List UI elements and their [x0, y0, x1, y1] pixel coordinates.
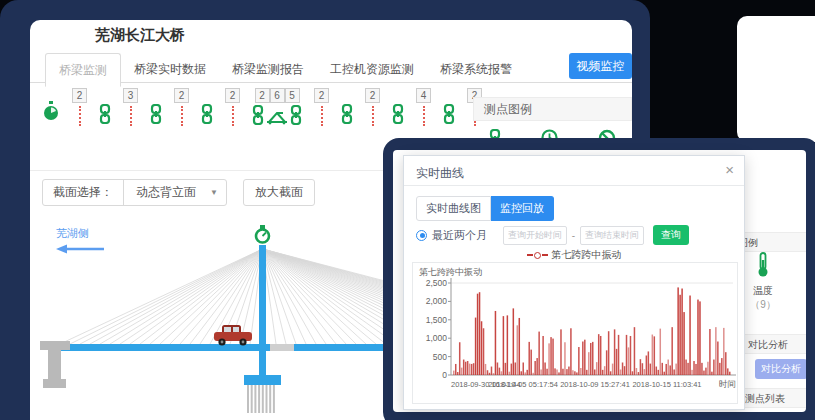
- background-window-edge: [737, 16, 815, 142]
- sensor-dash: [181, 106, 183, 126]
- sensor-point[interactable]: 2: [225, 88, 240, 126]
- dialog-tab-0[interactable]: 实时曲线图: [416, 196, 491, 221]
- svg-text:第七跨跨中振动: 第七跨跨中振动: [419, 267, 482, 277]
- chain-icon[interactable]: [99, 104, 111, 128]
- svg-text:2,000: 2,000: [426, 296, 448, 306]
- sensor-point[interactable]: 2: [174, 88, 189, 126]
- svg-text:时间: 时间: [719, 379, 736, 389]
- bridge-deck-joint: [270, 344, 294, 351]
- sensor-dash: [130, 106, 132, 126]
- svg-text:0: 0: [442, 370, 447, 380]
- query-end-time-input[interactable]: [580, 226, 644, 245]
- sensor-count-badge: 2: [72, 88, 87, 103]
- main-tab-2[interactable]: 桥梁监测报告: [219, 53, 317, 86]
- query-button[interactable]: 查询: [653, 225, 689, 245]
- temperature-count: （9）: [738, 298, 788, 312]
- sensor-count-badge: 2: [225, 88, 240, 103]
- dialog-filter-row: 最近两个月 - 查询: [416, 225, 689, 245]
- chain-icon[interactable]: [201, 104, 213, 128]
- date-range-separator: -: [567, 230, 580, 241]
- tower-foundation: [248, 385, 274, 413]
- sensor-count-badge: 3: [123, 88, 138, 103]
- svg-text:2,500: 2,500: [426, 278, 448, 288]
- chain-icon[interactable]: [341, 104, 353, 128]
- sensor-point[interactable]: 2: [72, 88, 87, 126]
- chain-icon[interactable]: [392, 104, 404, 128]
- section-bar: 截面选择： 动态背立面 ▼ 放大截面: [42, 179, 315, 206]
- sensor-point[interactable]: 3: [123, 88, 138, 126]
- crane-icon: [265, 109, 289, 129]
- vibration-chart[interactable]: 第七跨跨中振动05001,0001,5002,0002,5002018-09-3…: [412, 262, 738, 404]
- bridge-side-label: 芜湖侧: [56, 227, 89, 239]
- chart-legend[interactable]: 第七跨跨中振动: [404, 248, 744, 262]
- legend-panel-title: 测点图例: [473, 97, 632, 121]
- temperature-label: 温度: [738, 284, 788, 298]
- sensor-point[interactable]: 4: [416, 88, 431, 126]
- sensor-dash: [423, 106, 425, 126]
- legend-text: 第七跨跨中振动: [552, 248, 622, 262]
- car: [214, 325, 252, 346]
- main-tabbar: 桥梁监测桥梁实时数据桥梁监测报告工控机资源监测桥梁系统报警: [30, 53, 632, 83]
- legend-marker-icon: [527, 252, 548, 259]
- sensor-count-badge: 4: [416, 88, 431, 103]
- tower-sensor-icon[interactable]: [256, 225, 269, 243]
- bridge-tower: [244, 245, 281, 413]
- dialog-tabs: 实时曲线图监控回放: [416, 196, 554, 221]
- svg-text:1,000: 1,000: [426, 333, 448, 343]
- thermometer-icon: [756, 252, 770, 278]
- sensor-dash: [232, 106, 234, 126]
- main-tab-1[interactable]: 桥梁实时数据: [121, 53, 219, 86]
- chain-icon[interactable]: [443, 104, 455, 128]
- section-select-label: 截面选择：: [43, 180, 124, 205]
- sensor-count-badge: 6: [270, 88, 285, 103]
- sensor-strip: 23222652242: [42, 88, 470, 129]
- svg-text:2018-10-05 05:17:54: 2018-10-05 05:17:54: [488, 380, 558, 389]
- screenshot-canvas: 芜湖长江大桥 桥梁监测桥梁实时数据桥梁监测报告工控机资源监测桥梁系统报警 视频监…: [0, 0, 815, 420]
- sensor-point[interactable]: 2: [365, 88, 380, 126]
- dialog-title: 实时曲线: [416, 165, 464, 182]
- sensor-cluster[interactable]: 265: [252, 88, 302, 129]
- video-monitor-button[interactable]: 视频监控: [569, 53, 632, 79]
- stopwatch-icon[interactable]: [42, 100, 60, 126]
- main-tab-3[interactable]: 工控机资源监测: [317, 53, 427, 86]
- sensor-dash: [321, 106, 323, 126]
- zoom-section-button[interactable]: 放大截面: [243, 179, 315, 206]
- main-tab-0[interactable]: 桥梁监测: [45, 53, 121, 87]
- sensor-count-badge: 5: [285, 88, 300, 103]
- realtime-curve-dialog: 实时曲线 × 实时曲线图监控回放 最近两个月 - 查询 第七跨跨中振动 第七跨跨…: [403, 155, 745, 410]
- radio-label: 最近两个月: [432, 228, 487, 243]
- chain-icon: [252, 105, 264, 129]
- chain-icon: [290, 105, 302, 129]
- svg-text:2018-10-09 15:27:41: 2018-10-09 15:27:41: [560, 380, 630, 389]
- sensor-point[interactable]: 2: [314, 88, 329, 126]
- svg-text:500: 500: [433, 352, 447, 362]
- radio-last-two-months[interactable]: [416, 230, 427, 241]
- sensor-dash: [79, 106, 81, 126]
- section-select-group: 截面选择： 动态背立面 ▼: [42, 179, 227, 206]
- left-pier: [40, 341, 70, 388]
- chevron-down-icon: ▼: [210, 180, 218, 205]
- main-tab-4[interactable]: 桥梁系统报警: [427, 53, 525, 86]
- compare-analysis-button[interactable]: 对比分析: [755, 359, 806, 379]
- query-start-time-input[interactable]: [503, 226, 567, 245]
- dialog-header: 实时曲线 ×: [404, 156, 744, 186]
- svg-text:2018-10-15 11:03:41: 2018-10-15 11:03:41: [632, 380, 701, 389]
- sidebar-temperature-item[interactable]: 温度 （9）: [738, 252, 788, 312]
- sensor-count-badge: 2: [314, 88, 329, 103]
- page-title: 芜湖长江大桥: [95, 26, 185, 45]
- dialog-tab-1[interactable]: 监控回放: [491, 196, 554, 221]
- sensor-count-badge: 2: [365, 88, 380, 103]
- left-arrow-icon: [56, 245, 104, 254]
- sensor-count-badge: 2: [255, 88, 270, 103]
- close-icon[interactable]: ×: [725, 161, 734, 179]
- section-select-value: 动态背立面: [136, 180, 196, 205]
- sensor-count-badge: 2: [174, 88, 189, 103]
- section-select-dropdown[interactable]: 动态背立面 ▼: [124, 180, 226, 205]
- chain-icon[interactable]: [150, 104, 162, 128]
- svg-text:1,500: 1,500: [426, 315, 448, 325]
- sensor-dash: [372, 106, 374, 126]
